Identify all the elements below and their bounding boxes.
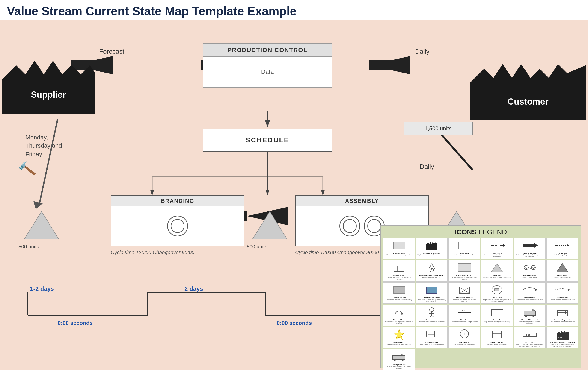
svg-rect-29 <box>393 242 405 249</box>
legend-desc-push-arrow: Indicates material flow from one process… <box>483 254 512 258</box>
branding-body <box>111 206 244 246</box>
legend-label-external-shipment: External Shipment: <box>521 319 538 321</box>
machine-circle-branding <box>167 216 188 236</box>
seconds-0-right: 0:00 seconds <box>277 320 312 326</box>
legend-desc-load-leveling: Shows load leveling. <box>523 276 537 278</box>
legend-label-communication: Communication: <box>424 341 439 343</box>
legend-cell-timeline: 0:00 Timeline: The timeline/time taken f… <box>449 305 480 326</box>
svg-point-113 <box>394 359 396 361</box>
svg-point-91 <box>532 315 534 317</box>
svg-point-33 <box>491 245 492 246</box>
legend-cell-prod-kanban: Production Kanban: Production needed of … <box>416 282 448 304</box>
legend-cell-physical-pull: Physical Pull: Indicates the act of phys… <box>383 305 415 326</box>
daily-arrow <box>369 56 410 74</box>
customer-factory: Customer <box>470 42 586 120</box>
supplier-svg <box>2 42 94 114</box>
svg-marker-25 <box>470 64 586 120</box>
branding-process-box: BRANDING <box>111 195 244 246</box>
legend-label-inventory: Inventory: <box>493 274 502 276</box>
svg-marker-88 <box>532 309 536 311</box>
daily-label-top: Daily <box>415 48 429 55</box>
legend-cell-improvement: Improvement: Kaizen bursts and improveme… <box>383 327 415 348</box>
svg-rect-68 <box>495 289 499 291</box>
svg-rect-82 <box>491 310 503 316</box>
legend-desc-kanban: An inventory signaling point. <box>422 276 442 278</box>
svg-marker-39 <box>503 244 505 247</box>
legend-label-customer-supplier-ext: Customer/Supplier (Extended): <box>549 341 576 343</box>
legend-icon-timeline: 0:00 <box>450 306 479 318</box>
legend-label-internal-shipment: Internal Shipment: <box>554 319 570 321</box>
legend-desc-safety-stock: Shows safety stock levels. <box>553 276 572 278</box>
svg-line-12 <box>438 131 473 170</box>
legend-desc-physical-pull: Indicates the act of physical removal of… <box>384 321 414 325</box>
legend-label-supermarket: Supermarket: <box>393 274 405 276</box>
legend-icon-improvement <box>384 328 414 341</box>
diagram-area: Supplier Customer Forecast Daily PRODUCT… <box>0 20 588 370</box>
production-control-box: PRODUCTION CONTROL Data <box>203 43 332 88</box>
legend-label-shipment-arrow: Shipment Arrow: <box>522 252 537 254</box>
machine-inner-branding <box>171 219 184 233</box>
svg-rect-53 <box>458 263 471 272</box>
mtf-text: Monday, Thursday and Friday <box>25 133 62 158</box>
svg-text:i: i <box>463 331 465 336</box>
inv-label-mid: 500 units <box>247 244 267 250</box>
legend-desc-finished-goods: Represents finished goods inventory. <box>386 299 412 301</box>
legend-cell-customer-supplier-ext: CST Customer/Supplier (Extended): More d… <box>546 327 578 348</box>
legend-icon-prod-kanban <box>417 284 447 296</box>
legend-desc-supplier: Depicts external suppliers or customers. <box>417 254 446 256</box>
units-box: 1,500 units <box>404 122 473 135</box>
truck-icon: 🔨 <box>17 160 37 179</box>
schedule-box: SCHEDULE <box>203 129 332 152</box>
legend-title: ICONS LEGEND <box>383 228 578 236</box>
legend-icon-push-arrow <box>483 239 512 251</box>
svg-point-35 <box>495 245 497 246</box>
legend-icon-shipment-arrow <box>515 239 545 251</box>
legend-cell-work-cell: Work Cell: Represents a work cell config… <box>481 282 513 304</box>
svg-point-72 <box>430 308 434 312</box>
svg-marker-41 <box>534 243 538 248</box>
svg-marker-43 <box>567 244 569 247</box>
svg-marker-71 <box>400 313 403 315</box>
legend-cell-pull-arrow: Pull Arrow: Indicates a pull system. <box>546 238 578 259</box>
legend-cell-push-arrow: Push Arrow: Indicates material flow from… <box>481 238 513 259</box>
legend-desc-operator: Represents the number of operators. <box>419 321 445 323</box>
customer-svg <box>470 42 586 120</box>
svg-point-90 <box>525 315 527 317</box>
legend-label-fifo: FIFO Lane: <box>525 341 535 343</box>
legend-grid: Process Box: Represents a process or ope… <box>383 238 578 367</box>
legend-label-improvement: Improvement: <box>393 341 405 343</box>
svg-line-49 <box>429 264 432 269</box>
legend-label-information: Information: <box>459 341 470 343</box>
svg-marker-95 <box>394 329 404 339</box>
legend-desc-process-box: Represents a process or operation. <box>387 254 412 256</box>
supplier-factory: Supplier <box>2 42 94 114</box>
legend-desc-supermarket: Stockpoint that acts as a buffer of inve… <box>384 276 414 280</box>
inv-triangle-mid <box>251 209 288 242</box>
legend-cell-manual-info: Manual Info: Represents manual informati… <box>514 282 546 304</box>
legend-desc-internal-shipment: Shows internal material movement. <box>550 321 575 323</box>
legend-desc-data-box: Contains process-related data. <box>453 254 475 256</box>
legend-icon-fifo: FIFO <box>515 328 545 341</box>
svg-line-76 <box>432 315 434 317</box>
svg-rect-44 <box>394 266 404 272</box>
legend-desc-manual-info: Represents manual information flow. <box>517 299 543 301</box>
legend-cell-external-shipment: External Shipment: Indicates shipment to… <box>514 305 546 326</box>
legend-icon-supplier <box>417 239 447 251</box>
legend-desc-information: Flow detailed information flow. <box>453 343 475 345</box>
triangle-left-svg <box>23 209 60 241</box>
legend-icon-transportation <box>384 350 414 363</box>
legend-icon-withdrawal-kanban <box>450 284 479 296</box>
svg-marker-26 <box>24 211 59 239</box>
svg-point-114 <box>402 359 404 361</box>
legend-desc-customer-supplier-ext: More detailed representations for custom… <box>548 343 577 347</box>
legend-desc-timeline: The timeline/time taken for processes. <box>451 321 478 323</box>
legend-label-quality-control: Quality Control: <box>490 341 504 343</box>
legend-cell-data-box: Data Box: Contains process-related data. <box>449 238 480 259</box>
legend-label-data-box: Data Box: <box>460 252 469 254</box>
legend-label-finished-goods: Finished Goods: <box>392 297 406 299</box>
inv-triangle-left <box>23 209 60 242</box>
prod-control-header: PRODUCTION CONTROL <box>203 44 332 57</box>
svg-text:CST: CST <box>558 336 562 339</box>
legend-icon-external-shipment <box>515 306 545 318</box>
legend-label-electronic-info: Electronic Info: <box>556 297 569 299</box>
